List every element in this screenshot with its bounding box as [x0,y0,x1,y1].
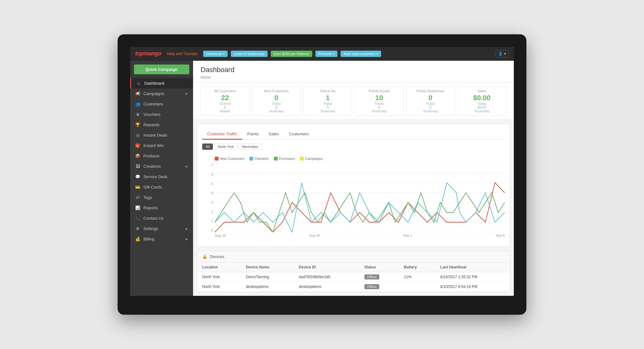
sidebar-item-label: Campaigns [143,91,164,96]
testimonial-btn[interactable]: Leave a Testimonial [231,51,268,57]
help-link[interactable]: Help and Tutorials [167,52,197,56]
instant-deals-icon: ◎ [135,133,140,138]
stat-label: New Customers [256,89,297,93]
stat-value: $0.00 [462,94,502,102]
sidebar-item-label: Rewards [143,122,159,127]
sidebar-item-label: Creatives [143,164,161,169]
filter-north-york[interactable]: North York [214,144,237,150]
tab-customers[interactable]: Customers [284,129,314,140]
user-icon: 👤 [498,52,503,56]
sidebar-item-contact-us[interactable]: 📞 Contact Us [130,213,193,223]
legend-dot-red [215,157,219,160]
status-badge: Offline [364,274,380,279]
status-badge: Offline [364,284,380,289]
tags-icon: 🏷 [135,195,140,200]
stat-secondary: 0 [410,105,451,109]
sidebar-item-campaigns[interactable]: 📢 Campaigns ▶ [130,88,193,99]
cell-device-name: desktopdemo [241,282,294,292]
sidebar-item-label: Vouchers [143,112,160,117]
sidebar-item-customers[interactable]: 👥 Customers [130,99,193,109]
promote-btn[interactable]: Promote ▾ [315,51,338,57]
sidebar-item-products[interactable]: 📦 Products [130,151,193,161]
user-menu-btn[interactable]: 👤 ▾ [495,50,509,58]
stat-value: 10 [359,94,399,102]
tab-sales[interactable]: Sales [264,129,284,140]
col-heartbeat: Last Heartbeat [435,262,510,272]
col-device-id: Device ID [294,262,359,272]
sidebar-item-label: Contact Us [143,216,164,221]
legend-campaigns: Campaigns [300,157,323,160]
sidebar-item-dashboard[interactable]: ⌂ Dashboard [130,78,193,88]
user-caret: ▾ [504,52,506,56]
download-btn[interactable]: Download ▾ [203,51,228,57]
reports-icon: 📊 [135,205,140,210]
sidebar-item-label: Gift Cards [143,185,162,189]
promote-caret: ▾ [333,52,334,55]
sidebar-item-rewards[interactable]: 🏆 Rewards [130,120,193,130]
sidebar-item-instant-deals[interactable]: ◎ Instant Deals [130,130,193,140]
stat-card-new-customers: New Customers 0 Today 0 Yesterday [252,86,301,116]
legend-label: Checkins [254,157,269,160]
creatives-icon: 🖼 [135,164,140,169]
cell-status: Offline [359,282,399,292]
stat-label: All Customers [205,89,245,93]
autoload-caret: ▾ [376,52,378,55]
stat-period: Today [410,102,451,105]
chart-svg-container: 0 1 2 3 4 5 6 7 [215,163,505,232]
stat-period: Today [308,102,348,105]
sidebar-item-instant-win[interactable]: 🎁 Instant Win [130,140,193,151]
sidebar-item-label: Settings [143,226,158,231]
tab-points[interactable]: Points [242,129,264,140]
sidebar-item-label: Tags [143,195,152,200]
stat-card-sales: Sales $0.00 Today $0.00 Yesterday [458,86,506,116]
sidebar-item-creatives[interactable]: 🖼 Creatives ▶ [130,161,193,172]
customers-icon: 👥 [135,102,140,106]
cell-status: Offline [359,272,399,282]
stat-secondary: $0.00 [462,105,502,109]
stat-card-points-redeemed: Points Redeemed 0 Today 0 Yesterday [406,86,455,116]
stat-label: Check-ins [308,89,348,93]
referral-btn[interactable]: Earn $100 per Referral [271,51,312,57]
stat-value: 1 [308,94,348,102]
laptop-screen: topmango Help and Tutorials Download ▾ L… [130,47,514,296]
sidebar-item-gift-cards[interactable]: 💳 Gift Cards [130,182,193,192]
chart-section: Customer Traffic Points Sales Customers … [197,124,510,247]
x-label: Aug 24 [309,234,320,237]
filter-manhattan[interactable]: Manhattan [239,144,262,150]
stat-secondary-label: Yesterday [410,109,451,113]
autoload-btn[interactable]: Auto load customers ▾ [341,51,381,57]
stat-secondary: 6 [205,105,245,109]
sidebar-item-reports[interactable]: 📊 Reports [130,203,193,213]
chart-svg [215,163,505,232]
cell-heartbeat: 8/16/2017 1:35:32 PM [435,272,510,282]
x-label: Sep 8 [496,234,505,237]
stat-period: Today [256,102,297,105]
sidebar-item-tags[interactable]: 🏷 Tags [130,192,193,203]
sidebar-item-service-desk[interactable]: 💬 Service Desk [130,172,193,182]
sidebar-item-settings[interactable]: ⚙ Settings ▶ [130,223,193,234]
sidebar-item-label: Dashboard [144,81,164,86]
table-row: North York desktopdemo desktopdemo Offli… [197,282,510,292]
quick-campaign-btn[interactable]: Quick Campaign [134,65,189,74]
legend-dot-green [274,157,278,160]
cell-heartbeat: 8/10/2017 8:04:19 PM [435,282,510,292]
sidebar-item-label: Instant Deals [143,133,167,138]
app-body: Quick Campaign ⌂ Dashboard 📢 Campaigns ▶… [130,61,514,296]
tab-customer-traffic[interactable]: Customer Traffic [202,129,242,140]
page-title: Dashboard [201,66,506,74]
legend-label: Campaigns [305,157,323,160]
col-status: Status [359,262,399,272]
laptop-frame: topmango Help and Tutorials Download ▾ L… [118,34,526,315]
chart-container: New Customers Checkins Purchases [202,154,505,242]
stat-secondary-label: Yesterday [308,109,348,113]
billing-arrow: ▶ [186,237,188,241]
sidebar-item-billing[interactable]: 💰 Billing ▶ [130,234,193,244]
cell-battery: 11% [399,272,435,282]
vouchers-icon: ⊕ [135,112,140,117]
stat-card-checkins: Check-ins 1 Today 0 Yesterday [303,86,352,116]
stat-value: 0 [410,94,451,102]
legend-dot-yellow [300,157,304,160]
filter-all[interactable]: All [202,144,213,150]
legend-dot-blue [249,157,253,160]
sidebar-item-vouchers[interactable]: ⊕ Vouchers [130,109,193,120]
